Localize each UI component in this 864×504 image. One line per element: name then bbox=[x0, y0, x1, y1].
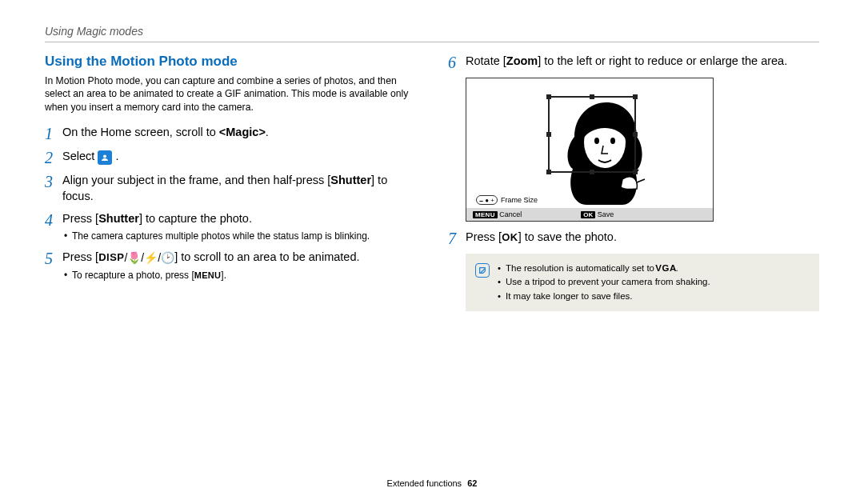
right-column: 6 Rotate [Zoom] to the left or right to … bbox=[448, 54, 819, 311]
note-1: The resolution is automatically set to V… bbox=[498, 262, 710, 275]
intro-paragraph: In Motion Photo mode, you can capture an… bbox=[45, 74, 416, 114]
breadcrumb: Using Magic modes bbox=[45, 0, 819, 42]
step-4-sub: The camera captures multiple photos whil… bbox=[62, 230, 370, 243]
motion-photo-mode-icon bbox=[98, 150, 112, 165]
note-icon bbox=[475, 263, 490, 278]
section-title: Using the Motion Photo mode bbox=[45, 54, 416, 70]
ok-key: OK bbox=[502, 231, 518, 243]
note-2: Use a tripod to prevent your camera from… bbox=[498, 275, 710, 289]
step-number: 3 bbox=[45, 173, 62, 190]
step-number: 1 bbox=[45, 125, 62, 142]
step-2: 2 Select . bbox=[45, 149, 416, 166]
step-3: 3 Align your subject in the frame, and t… bbox=[45, 173, 416, 204]
step-5-sub: To recapture a photo, press [MENU]. bbox=[62, 269, 359, 282]
step-number: 7 bbox=[448, 230, 466, 247]
step-number: 2 bbox=[45, 149, 62, 166]
step-1: 1 On the Home screen, scroll to <Magic>. bbox=[45, 125, 416, 142]
step-number: 6 bbox=[448, 54, 466, 71]
svg-point-0 bbox=[103, 155, 106, 158]
step-number: 4 bbox=[45, 211, 62, 229]
camera-bottom-bar: MENU Cancel OK Save bbox=[466, 208, 713, 221]
page-number: 62 bbox=[467, 478, 477, 488]
breadcrumb-text: Using Magic modes bbox=[45, 25, 143, 38]
step-7: 7 Press [OK] to save the photo. bbox=[448, 230, 819, 247]
macro-icon: 🌷 bbox=[127, 251, 141, 264]
flash-icon: ⚡ bbox=[144, 251, 158, 264]
step-6: 6 Rotate [Zoom] to the left or right to … bbox=[448, 54, 819, 71]
note-box: The resolution is automatically set to V… bbox=[466, 254, 819, 311]
timer-icon: 🕑 bbox=[161, 251, 174, 264]
note-3: It may take longer to save files. bbox=[498, 290, 710, 303]
left-column: Using the Motion Photo mode In Motion Ph… bbox=[45, 54, 416, 311]
menu-key: MENU bbox=[194, 270, 222, 280]
frame-size-indicator: ‒ ● + Frame Size bbox=[476, 195, 538, 205]
selection-frame bbox=[548, 96, 636, 173]
step-5: 5 Press [DISP/🌷/⚡/🕑] to scroll to an are… bbox=[45, 250, 416, 282]
step-4: 4 Press [Shutter] to capture the photo. … bbox=[45, 211, 416, 243]
ok-badge: OK bbox=[581, 211, 595, 218]
camera-preview-screen: ‒ ● + Frame Size MENU Cancel OK Save bbox=[466, 78, 714, 222]
menu-badge: MENU bbox=[473, 211, 498, 218]
zoom-pill-icon: ‒ ● + bbox=[476, 195, 498, 205]
disp-key: DISP bbox=[98, 251, 124, 263]
vga-label: VGA bbox=[655, 262, 677, 274]
page-footer: Extended functions 62 bbox=[0, 478, 864, 488]
step-number: 5 bbox=[45, 250, 62, 267]
